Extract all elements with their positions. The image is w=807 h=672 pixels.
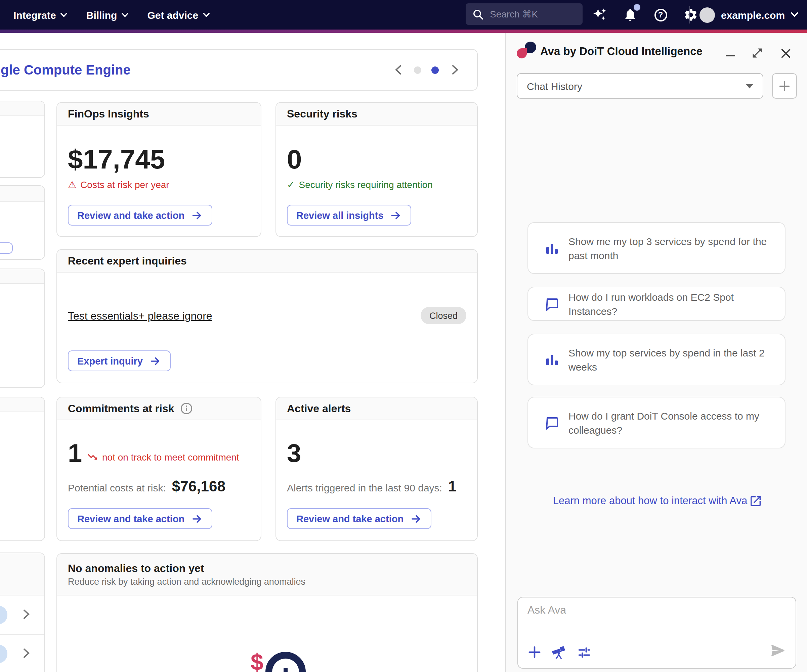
doit-console: Integrate Billing Get advice bbox=[0, 0, 807, 672]
carousel-dot-active[interactable] bbox=[432, 66, 439, 73]
card-title: Active alerts bbox=[276, 397, 477, 420]
cutoff-card-header bbox=[0, 186, 44, 202]
search-input[interactable] bbox=[490, 9, 572, 20]
cutoff-card-3 bbox=[0, 268, 45, 388]
card-title-row: Commitments at risk bbox=[57, 397, 261, 420]
security-risks-card: Security risks 0 ✓ Security risks requir… bbox=[276, 102, 478, 237]
suggestion-card[interactable]: Show me my top 3 services by spend for t… bbox=[528, 222, 785, 274]
learn-more-row: Learn more about how to interact with Av… bbox=[506, 495, 807, 507]
anomalies-card: No anomalies to action yet Reduce risk b… bbox=[56, 553, 478, 672]
security-value: 0 bbox=[287, 146, 302, 172]
expert-inquiry-button[interactable]: Expert inquiry bbox=[68, 351, 170, 371]
avatar bbox=[0, 644, 7, 663]
page-header-divider bbox=[0, 48, 505, 48]
avatar bbox=[699, 7, 715, 23]
list-item[interactable] bbox=[0, 634, 44, 672]
tune-sliders-icon bbox=[577, 645, 591, 659]
chevron-down-icon bbox=[203, 12, 210, 17]
plus-icon bbox=[527, 645, 541, 659]
commitments-caption: not on track to meet commitment bbox=[87, 451, 239, 463]
ava-panel: Ava by DoiT Cloud Intelligence Chat Hist… bbox=[505, 33, 807, 672]
cutoff-button[interactable] bbox=[0, 242, 13, 254]
warning-icon: ⚠ bbox=[68, 179, 76, 190]
check-icon: ✓ bbox=[287, 179, 295, 190]
anomalies-title: No anomalies to action yet bbox=[68, 562, 204, 574]
explore-button[interactable] bbox=[551, 644, 567, 660]
finops-review-button[interactable]: Review and take action bbox=[68, 205, 212, 225]
minimize-button[interactable] bbox=[722, 45, 739, 61]
help-button[interactable]: ? bbox=[652, 6, 669, 23]
new-chat-button[interactable] bbox=[772, 73, 797, 99]
nav-item-label: Get advice bbox=[147, 9, 198, 20]
settings-button[interactable] bbox=[682, 6, 699, 23]
info-icon[interactable] bbox=[180, 402, 193, 415]
chevron-down-icon bbox=[61, 12, 68, 17]
nav-item-integrate[interactable]: Integrate bbox=[13, 9, 68, 20]
account-label: example.com bbox=[721, 9, 785, 20]
expand-button[interactable] bbox=[749, 45, 765, 61]
search-box[interactable] bbox=[466, 3, 583, 25]
security-caption: ✓ Security risks requiring attention bbox=[287, 179, 433, 190]
nav-item-label: Integrate bbox=[13, 9, 56, 20]
anomalies-illustration: $ bbox=[251, 649, 331, 672]
question-glyph: ? bbox=[658, 10, 663, 20]
ask-ava-tools bbox=[526, 644, 592, 660]
ai-sparkles-button[interactable] bbox=[591, 6, 609, 23]
nav-item-billing[interactable]: Billing bbox=[86, 9, 129, 20]
send-button[interactable] bbox=[770, 642, 786, 659]
chevron-down-icon bbox=[121, 12, 128, 17]
learn-more-link[interactable]: Learn more about how to interact with Av… bbox=[553, 495, 761, 507]
chevron-down-icon bbox=[791, 12, 798, 17]
options-button[interactable] bbox=[576, 644, 592, 660]
account-button[interactable]: example.com bbox=[699, 0, 798, 30]
active-alerts-card: Active alerts 3 Alerts triggered in the … bbox=[276, 397, 478, 541]
chevron-right-icon[interactable] bbox=[23, 649, 30, 660]
section-heading-card: gle Compute Engine bbox=[0, 49, 478, 91]
carousel-next-button[interactable] bbox=[449, 62, 461, 78]
chat-bubble-icon bbox=[544, 296, 559, 311]
carousel-dot[interactable] bbox=[414, 66, 421, 73]
ask-ava-input[interactable] bbox=[528, 604, 786, 616]
commitments-review-button[interactable]: Review and take action bbox=[68, 508, 212, 529]
alerts-value: 3 bbox=[287, 440, 301, 466]
chevron-right-icon[interactable] bbox=[23, 609, 30, 622]
chat-history-select[interactable]: Chat History bbox=[517, 73, 763, 99]
suggestion-card[interactable]: Show my top services by spend in the las… bbox=[528, 334, 785, 385]
send-icon bbox=[770, 642, 786, 659]
notifications-button[interactable] bbox=[621, 6, 639, 23]
finops-caption: ⚠ Costs at risk per year bbox=[68, 179, 169, 190]
bar-chart-icon bbox=[544, 241, 559, 255]
gear-icon bbox=[683, 7, 698, 22]
doit-logo-icon bbox=[517, 48, 527, 58]
alerts-count-value: 1 bbox=[448, 478, 457, 495]
ask-ava-box bbox=[517, 597, 796, 669]
chat-bubble-icon bbox=[544, 415, 559, 430]
chat-history-label: Chat History bbox=[527, 80, 582, 92]
suggestion-card[interactable]: How do I grant DoiT Console access to my… bbox=[528, 397, 785, 449]
inquiry-link[interactable]: Test essentials+ please ignore bbox=[68, 310, 213, 322]
card-title: FinOps Insights bbox=[57, 103, 261, 126]
close-button[interactable] bbox=[777, 45, 794, 61]
list-item[interactable] bbox=[0, 596, 44, 634]
commitments-card: Commitments at risk 1 not on track to me… bbox=[56, 397, 261, 541]
suggestion-text: How do I run workloads on EC2 Spot Insta… bbox=[568, 290, 773, 318]
trend-down-icon bbox=[87, 451, 98, 463]
sparkles-icon bbox=[592, 7, 608, 23]
potential-costs-value: $76,168 bbox=[172, 478, 226, 495]
notification-badge bbox=[634, 4, 640, 11]
alerts-review-button[interactable]: Review and take action bbox=[287, 508, 431, 529]
anomalies-subtitle: Reduce risk by taking action and acknowl… bbox=[68, 576, 306, 586]
page-title-link[interactable]: gle Compute Engine bbox=[1, 50, 131, 90]
nav-item-get-advice[interactable]: Get advice bbox=[147, 9, 210, 20]
security-review-button[interactable]: Review all insights bbox=[287, 205, 411, 225]
suggestion-card[interactable]: How do I run workloads on EC2 Spot Insta… bbox=[528, 287, 785, 321]
search-icon bbox=[472, 8, 484, 20]
carousel-controls bbox=[392, 50, 461, 90]
chevron-left-icon bbox=[395, 65, 401, 74]
dollar-glyph: $ bbox=[251, 649, 263, 672]
nav-icon-group: ? bbox=[591, 0, 699, 30]
carousel-prev-button[interactable] bbox=[392, 62, 404, 78]
cutoff-card-2 bbox=[0, 185, 45, 260]
chevron-right-icon bbox=[452, 65, 458, 74]
attach-plus-button[interactable] bbox=[526, 644, 542, 660]
